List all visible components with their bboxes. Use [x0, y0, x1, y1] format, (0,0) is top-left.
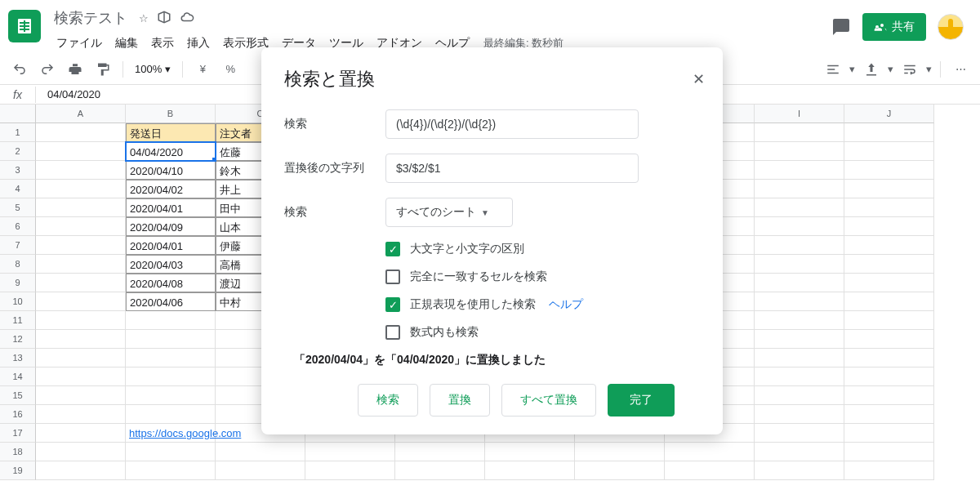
cell-I2[interactable] — [755, 142, 844, 161]
cell-B13[interactable] — [126, 349, 216, 368]
row-head-7[interactable]: 7 — [0, 236, 36, 255]
row-head-16[interactable]: 16 — [0, 405, 36, 424]
cell-J7[interactable] — [844, 236, 934, 255]
row-head-15[interactable]: 15 — [0, 386, 36, 405]
cell-B1[interactable]: 発送日 — [126, 123, 216, 142]
cell-I1[interactable] — [755, 123, 844, 142]
cell-E19[interactable] — [395, 461, 485, 480]
cell-I11[interactable] — [755, 311, 844, 330]
zoom-select[interactable]: 100% ▾ — [131, 63, 174, 75]
cell-I9[interactable] — [755, 274, 844, 292]
cell-D18[interactable] — [305, 443, 395, 461]
cell-A8[interactable] — [36, 255, 126, 274]
cell-B7[interactable]: 2020/04/01 — [126, 236, 216, 255]
cell-E18[interactable] — [395, 443, 485, 461]
cell-H18[interactable] — [665, 443, 755, 461]
cell-I4[interactable] — [755, 180, 844, 198]
cell-B5[interactable]: 2020/04/01 — [126, 198, 216, 217]
cloud-icon[interactable] — [180, 10, 194, 27]
row-head-5[interactable]: 5 — [0, 198, 36, 217]
cell-I17[interactable] — [755, 424, 844, 443]
cell-J11[interactable] — [844, 311, 934, 330]
cell-J15[interactable] — [844, 386, 934, 405]
cell-I10[interactable] — [755, 292, 844, 311]
cell-B10[interactable]: 2020/04/06 — [126, 292, 216, 311]
cell-A5[interactable] — [36, 198, 126, 217]
percent-button[interactable]: % — [219, 58, 242, 81]
cell-J17[interactable] — [844, 424, 934, 443]
row-head-18[interactable]: 18 — [0, 443, 36, 461]
cell-B6[interactable]: 2020/04/09 — [126, 217, 216, 236]
cell-I5[interactable] — [755, 198, 844, 217]
cell-B8[interactable]: 2020/04/03 — [126, 255, 216, 274]
cell-I6[interactable] — [755, 217, 844, 236]
cell-J8[interactable] — [844, 255, 934, 274]
align-icon[interactable] — [822, 58, 844, 81]
cell-B11[interactable] — [126, 311, 216, 330]
row-head-14[interactable]: 14 — [0, 368, 36, 386]
cell-J19[interactable] — [844, 461, 934, 480]
undo-icon[interactable] — [8, 58, 31, 81]
cell-D19[interactable] — [305, 461, 395, 480]
find-button[interactable]: 検索 — [358, 384, 418, 416]
cell-A11[interactable] — [36, 311, 126, 330]
row-head-6[interactable]: 6 — [0, 217, 36, 236]
cell-I18[interactable] — [755, 443, 844, 461]
redo-icon[interactable] — [36, 58, 59, 81]
cell-B2[interactable]: 04/04/2020 — [126, 142, 216, 161]
cell-I13[interactable] — [755, 349, 844, 368]
cell-F19[interactable] — [485, 461, 575, 480]
replace-button[interactable]: 置換 — [430, 384, 490, 416]
cell-B15[interactable] — [126, 386, 216, 405]
cell-I16[interactable] — [755, 405, 844, 424]
row-head-9[interactable]: 9 — [0, 274, 36, 292]
cell-I8[interactable] — [755, 255, 844, 274]
row-head-10[interactable]: 10 — [0, 292, 36, 311]
cell-I14[interactable] — [755, 368, 844, 386]
regex-help-link[interactable]: ヘルプ — [549, 297, 583, 312]
paint-format-icon[interactable] — [91, 58, 114, 81]
row-head-19[interactable]: 19 — [0, 461, 36, 480]
cell-A9[interactable] — [36, 274, 126, 292]
row-head-12[interactable]: 12 — [0, 330, 36, 349]
cell-J10[interactable] — [844, 292, 934, 311]
cell-I15[interactable] — [755, 386, 844, 405]
cell-J5[interactable] — [844, 198, 934, 217]
row-head-17[interactable]: 17 — [0, 424, 36, 443]
cell-J18[interactable] — [844, 443, 934, 461]
scope-select[interactable]: すべてのシート ▼ — [385, 198, 513, 227]
menu-view[interactable]: 表示 — [145, 33, 180, 54]
menu-edit[interactable]: 編集 — [109, 33, 144, 54]
cell-J16[interactable] — [844, 405, 934, 424]
comments-icon[interactable] — [831, 17, 851, 37]
menu-file[interactable]: ファイル — [51, 33, 108, 54]
star-icon[interactable]: ☆ — [139, 12, 149, 24]
cell-A16[interactable] — [36, 405, 126, 424]
cell-B18[interactable] — [126, 443, 216, 461]
cell-H19[interactable] — [665, 461, 755, 480]
cell-G19[interactable] — [575, 461, 665, 480]
cell-A13[interactable] — [36, 349, 126, 368]
cell-J13[interactable] — [844, 349, 934, 368]
cell-J1[interactable] — [844, 123, 934, 142]
row-head-11[interactable]: 11 — [0, 311, 36, 330]
cell-A19[interactable] — [36, 461, 126, 480]
row-head-8[interactable]: 8 — [0, 255, 36, 274]
cell-J3[interactable] — [844, 161, 934, 180]
move-icon[interactable] — [157, 10, 172, 27]
cell-C18[interactable] — [216, 443, 305, 461]
valign-icon[interactable] — [860, 58, 883, 81]
currency-button[interactable]: ¥ — [191, 58, 214, 81]
cell-A14[interactable] — [36, 368, 126, 386]
row-head-3[interactable]: 3 — [0, 161, 36, 180]
replace-input[interactable] — [385, 154, 639, 183]
more-icon[interactable]: ⋯ — [949, 58, 972, 81]
doc-title[interactable]: 検索テスト — [51, 7, 131, 29]
row-head-4[interactable]: 4 — [0, 180, 36, 198]
cell-A2[interactable] — [36, 142, 126, 161]
cell-A17[interactable] — [36, 424, 126, 443]
cell-A7[interactable] — [36, 236, 126, 255]
cell-A1[interactable] — [36, 123, 126, 142]
share-button[interactable]: 共有 — [862, 13, 926, 41]
search-input[interactable] — [385, 109, 639, 139]
